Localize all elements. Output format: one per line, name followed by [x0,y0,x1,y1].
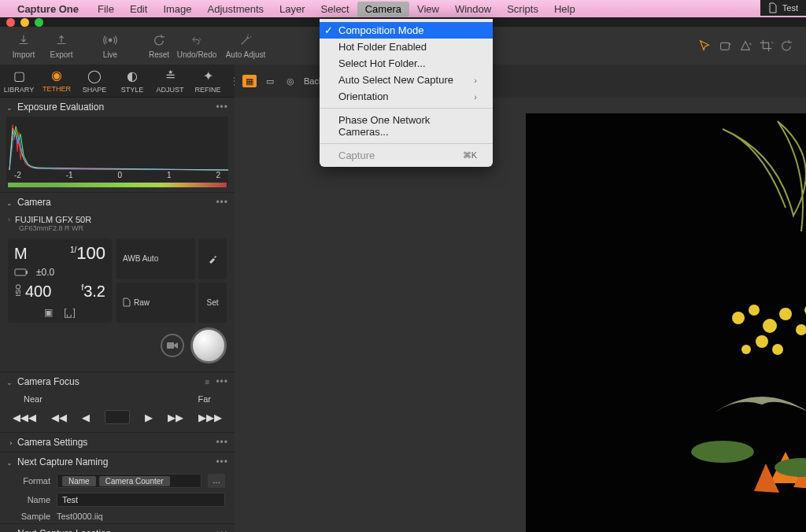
single-view-icon[interactable]: ▭ [263,75,277,87]
tab-library[interactable]: ▢LIBRARY [0,65,38,98]
panel-header[interactable]: ⌄Camera Focus ≡••• [0,372,235,391]
menu-camera[interactable]: Camera [357,2,409,17]
menu-window[interactable]: Window [447,2,499,17]
tab-tether[interactable]: ◉TETHER [38,65,76,98]
focus-far-1-button[interactable]: ▶ [145,412,153,423]
format-more-button[interactable]: … [208,474,225,488]
aperture-value: 3.2 [83,283,105,300]
histogram: -2-1012 [6,116,228,187]
meter-icon[interactable]: ▣ [44,307,53,318]
menu-scripts[interactable]: Scripts [499,2,546,17]
svg-point-12 [772,344,783,355]
camera-model: FUJIFILM GFX 50R [15,215,91,224]
panel-menu-icon[interactable]: ••• [216,528,228,532]
ev-value: ±0.0 [36,267,54,278]
camera-lens: GF63mmF2.8 R WR [8,224,227,232]
exposure-evaluation-panel: ⌄Exposure Evaluation ••• -2-1012 [0,98,235,193]
focus-far-3-button[interactable]: ▶▶▶ [198,412,222,423]
chevron-right-icon[interactable]: › [8,216,10,224]
set-button[interactable]: Set [198,283,227,323]
panel-header[interactable]: ⌄Camera ••• [0,193,235,212]
mask-tool-icon[interactable] [738,39,752,53]
reset-button[interactable]: Reset [140,28,178,64]
token-name[interactable]: Name [62,476,96,486]
tab-style[interactable]: ◐STYLE [113,65,151,98]
battery-icon [14,268,28,276]
svg-point-9 [779,308,792,320]
svg-point-6 [732,312,745,324]
crop-tool-icon[interactable] [759,39,773,53]
name-input[interactable]: Test [57,493,225,507]
af-icon[interactable]: [␣] [64,307,76,318]
record-button[interactable] [161,334,184,357]
panel-header[interactable]: ⌄Exposure Evaluation ••• [0,98,235,116]
preset-icon[interactable]: ≡ [205,378,210,386]
panel-menu-icon[interactable]: ••• [216,197,228,208]
shutter-value: 100 [76,243,105,263]
zoom-icon[interactable] [35,18,43,27]
multi-view-icon[interactable]: ◎ [283,75,298,87]
menu-item-select-hot-folder-[interactable]: Select Hot Folder... [320,55,493,72]
format-tokens-field[interactable]: Name Camera Counter [57,474,202,488]
menu-file[interactable]: File [90,2,122,17]
focus-near-2-button[interactable]: ◀◀ [51,412,67,423]
tab-adjust[interactable]: ≛ADJUST [151,65,189,98]
wb-button[interactable]: AWB Auto [116,238,195,279]
grid-view-icon[interactable]: ▦ [242,75,257,87]
menu-layer[interactable]: Layer [272,2,313,17]
menu-item-capture: Capture⌘K [320,147,493,164]
document-tab-label: Test [782,3,798,13]
preview-image [526,113,806,532]
rotate-tool-icon[interactable] [779,39,793,53]
hand-tool-icon[interactable] [718,39,732,53]
svg-rect-3 [26,271,28,274]
menu-item-orientation[interactable]: Orientation› [320,88,493,105]
focus-near-3-button[interactable]: ◀◀◀ [13,412,36,423]
close-icon[interactable] [6,18,15,27]
panel-header[interactable]: ⌄Next Capture Naming ••• [0,453,235,471]
far-label: Far [198,394,212,404]
iso-value: 400 [25,283,51,301]
app-name[interactable]: Capture One [17,3,79,15]
panel-header[interactable]: ⌄Next Capture Location ••• [0,524,235,532]
eyedropper-button[interactable] [198,238,227,279]
focus-far-2-button[interactable]: ▶▶ [168,412,183,423]
menu-help[interactable]: Help [546,2,583,17]
focus-value-input[interactable] [105,410,130,424]
live-button[interactable]: Live [91,28,129,64]
minimize-icon[interactable] [20,18,29,27]
menu-select[interactable]: Select [313,2,357,17]
menu-item-composition-mode[interactable]: ✓Composition Mode [320,22,493,39]
export-button[interactable]: Export [43,28,80,64]
menu-edit[interactable]: Edit [122,2,155,17]
menu-image[interactable]: Image [155,2,199,17]
menu-item-auto-select-new-capture[interactable]: Auto Select New Capture› [320,72,493,88]
menu-adjustments[interactable]: Adjustments [200,2,272,17]
panel-menu-icon[interactable]: ••• [216,437,228,448]
import-button[interactable]: Import [5,28,43,64]
panel-menu-icon[interactable]: ••• [216,102,228,113]
panel-header[interactable]: ⌄Camera Settings ••• [0,433,235,452]
menu-view[interactable]: View [409,2,447,17]
pointer-tool-icon[interactable] [697,39,712,53]
menu-item-phase-one-network-cameras-[interactable]: Phase One Network Cameras... [320,112,493,140]
camera-menu-dropdown: ✓Composition ModeHot Folder EnabledSelec… [320,19,493,167]
panel-menu-icon[interactable]: ••• [216,376,228,387]
capture-button[interactable] [190,327,227,364]
document-tab[interactable]: Test [760,0,806,16]
tab-refine[interactable]: ✦REFINE [189,65,227,98]
camera-settings-panel: ⌄Camera Settings ••• [0,433,235,453]
auto-adjust-button[interactable]: Auto Adjust [222,28,269,64]
svg-point-7 [749,305,760,316]
token-camera-counter[interactable]: Camera Counter [99,476,170,486]
tab-shape[interactable]: ◯SHAPE [76,65,113,98]
camera-settings-block[interactable]: M 1/100 ±0.0 ISO 400 f3.2 [8,238,112,323]
undo-redo-button[interactable]: Undo/Redo [178,28,216,64]
format-button[interactable]: Raw [116,283,195,323]
svg-point-8 [763,319,777,333]
panel-menu-icon[interactable]: ••• [216,456,228,467]
menu-item-hot-folder-enabled[interactable]: Hot Folder Enabled [320,39,493,55]
focus-near-1-button[interactable]: ◀ [82,412,90,423]
macos-menubar: Capture One FileEditImageAdjustmentsLaye… [0,0,806,17]
next-capture-naming-panel: ⌄Next Capture Naming ••• Format Name Cam… [0,453,235,524]
